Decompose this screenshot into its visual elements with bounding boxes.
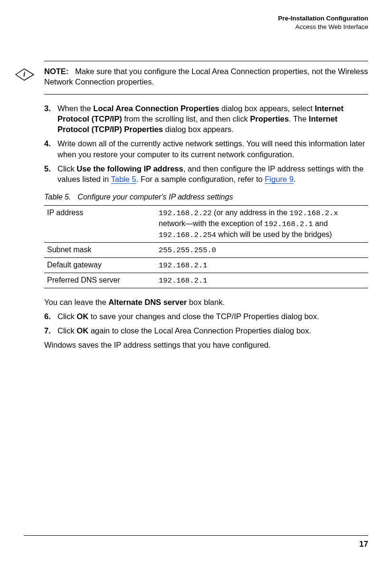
row-val: 192.168.2.22 (or any address in the 192.… xyxy=(156,205,368,242)
table-row: Subnet mask 255.255.255.0 xyxy=(44,242,368,257)
step-4: 4. Write down all of the currently activ… xyxy=(44,138,368,160)
row-val: 192.168.2.1 xyxy=(156,273,368,288)
ip-settings-table: IP address 192.168.2.22 (or any address … xyxy=(44,205,368,288)
table-row: IP address 192.168.2.22 (or any address … xyxy=(44,205,368,242)
header-chapter: Pre-Installation Configuration xyxy=(278,14,368,23)
row-val: 255.255.255.0 xyxy=(156,242,368,257)
note-text: NOTE: Make sure that you configure the L… xyxy=(44,66,368,87)
step-number: 5. xyxy=(44,163,51,174)
info-icon: i xyxy=(15,68,35,84)
step-number: 6. xyxy=(44,311,51,322)
step-3: 3. When the Local Area Connection Proper… xyxy=(44,103,368,135)
table-label: Table 5. xyxy=(44,193,77,201)
step-number: 4. xyxy=(44,138,51,149)
note-block: i NOTE: Make sure that you configure the… xyxy=(44,61,368,95)
table-title: Configure your computer's IP address set… xyxy=(77,193,233,201)
step-number: 7. xyxy=(44,325,51,336)
page-footer: 17 xyxy=(24,535,368,550)
windows-saves-paragraph: Windows saves the IP address settings th… xyxy=(44,340,368,350)
xref-figure-9[interactable]: Figure 9 xyxy=(265,175,294,184)
svg-text:i: i xyxy=(23,70,26,78)
table-caption: Table 5.Configure your computer's IP add… xyxy=(44,192,368,202)
page-header: Pre-Installation Configuration Access th… xyxy=(278,14,368,31)
row-key: Default gateway xyxy=(44,257,156,273)
header-section: Access the Web Interface xyxy=(278,23,368,31)
note-body: Make sure that you configure the Local A… xyxy=(44,67,368,86)
xref-table-5[interactable]: Table 5 xyxy=(111,175,136,184)
row-val: 192.168.2.1 xyxy=(156,257,368,273)
step-number: 3. xyxy=(44,103,51,114)
table-row: Default gateway 192.168.2.1 xyxy=(44,257,368,273)
step-list: 3. When the Local Area Connection Proper… xyxy=(44,103,368,185)
table-row: Preferred DNS server 192.168.2.1 xyxy=(44,273,368,288)
alt-dns-paragraph: You can leave the Alternate DNS server b… xyxy=(44,297,368,307)
page-number: 17 xyxy=(359,540,368,549)
note-label: NOTE: xyxy=(44,67,68,76)
row-key: Preferred DNS server xyxy=(44,273,156,288)
row-key: Subnet mask xyxy=(44,242,156,257)
step-6: 6. Click OK to save your changes and clo… xyxy=(44,311,368,322)
row-key: IP address xyxy=(44,205,156,242)
step-list-2: 6. Click OK to save your changes and clo… xyxy=(44,311,368,336)
step-7: 7. Click OK again to close the Local Are… xyxy=(44,325,368,336)
page-content: i NOTE: Make sure that you configure the… xyxy=(44,61,368,354)
step-5: 5. Click Use the following IP address, a… xyxy=(44,163,368,185)
